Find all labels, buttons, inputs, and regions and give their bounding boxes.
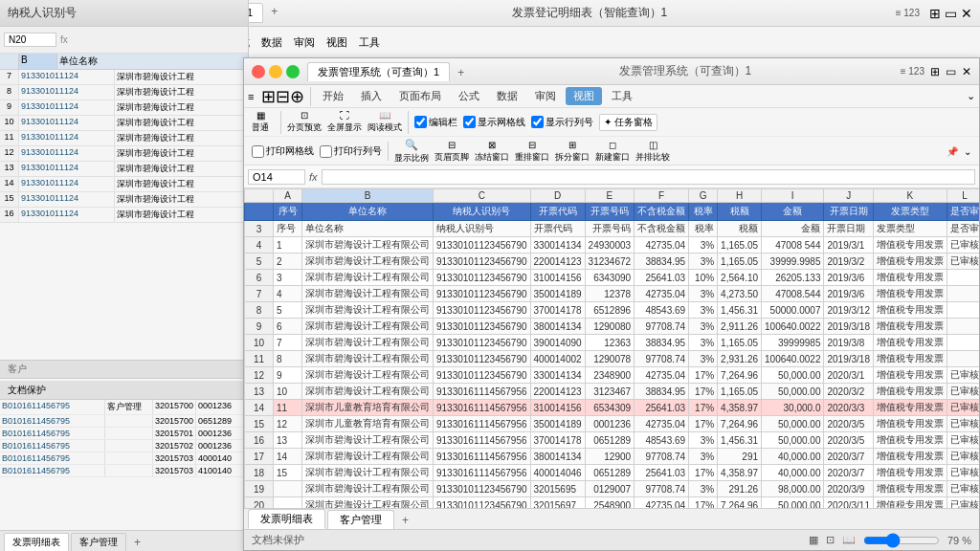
table-cell: 4,358.97: [718, 400, 762, 416]
table-row[interactable]: 118深圳市碧海设计工程有限公司913301011234567904000140…: [245, 351, 980, 367]
menu-review[interactable]: 审阅: [527, 87, 564, 105]
bg-icon-3: ✕: [961, 6, 972, 21]
table-cell: 50,000.00: [762, 416, 824, 432]
new-window-btn[interactable]: ◻ 新建窗口: [595, 140, 630, 164]
left-toolbar: N20 fx: [0, 27, 248, 54]
table-cell: 97708.74: [635, 481, 689, 497]
menu-sep1: [310, 87, 311, 106]
checkbox-gridlines[interactable]: 显示网格线: [463, 116, 525, 129]
maximize-button[interactable]: [286, 65, 300, 78]
menu-data[interactable]: 数据: [489, 87, 525, 105]
toolbar-collapse-icon[interactable]: ⌄: [964, 146, 971, 157]
left-row: 7 913301011124 深圳市碧海设计工程: [0, 70, 248, 85]
table-row[interactable]: 74深圳市碧海设计工程有限公司9133010112345679035001418…: [245, 286, 980, 302]
sheet-tab-customer[interactable]: 客户管理: [327, 510, 394, 529]
table-cell: 91330161114567956: [434, 416, 531, 432]
table-row[interactable]: 1714深圳市碧海设计工程有限公司91330161114567956380014…: [245, 449, 980, 465]
table-row[interactable]: 1613深圳市碧海设计工程有限公司91330161114567956370014…: [245, 432, 980, 449]
table-row[interactable]: 19深圳市碧海设计工程有限公司9133010112345679032015695…: [245, 481, 980, 497]
left-tab-bar: 发票明细表 客户管理 +: [0, 530, 248, 551]
left-company: 深圳市碧海设计工程: [115, 85, 248, 99]
window-num: ≡ 123: [901, 66, 924, 77]
header-footer-btn[interactable]: ⊟ 页眉页脚: [434, 140, 469, 164]
sheet-tab-add[interactable]: +: [396, 512, 414, 529]
arrange-btn[interactable]: ⊟ 重排窗口: [515, 140, 549, 164]
menu-view[interactable]: 视图: [566, 87, 602, 105]
checkbox-row-col[interactable]: 显示行列号: [531, 116, 593, 129]
table-cell: 3%: [689, 351, 718, 367]
table-row[interactable]: 52深圳市碧海设计工程有限公司9133010112345679022001412…: [245, 253, 980, 270]
tab-add-left[interactable]: +: [128, 534, 146, 551]
table-row[interactable]: 85深圳市碧海设计工程有限公司9133010112345679037001417…: [245, 302, 980, 319]
main-tab-add[interactable]: +: [452, 64, 470, 81]
zoom-btn[interactable]: 🔍 显示比例: [394, 139, 429, 165]
table-cell: 39999985: [762, 335, 824, 351]
bg-menu-view[interactable]: 视图: [323, 33, 351, 52]
table-row[interactable]: 107深圳市碧海设计工程有限公司913301011234567903900140…: [245, 335, 980, 351]
menu-layout[interactable]: 页面布局: [391, 87, 449, 105]
view-normal-icon: ▦: [256, 110, 265, 121]
table-row[interactable]: 41深圳市碧海设计工程有限公司9133010112345679033001413…: [245, 237, 980, 253]
table-cell: 8: [245, 302, 274, 319]
formula-input[interactable]: [322, 169, 975, 185]
view-mode-icon-page[interactable]: ⊡: [826, 534, 835, 546]
task-area-btn[interactable]: ✦ 任务窗格: [599, 114, 657, 131]
zoom-slider[interactable]: [863, 533, 940, 548]
table-cell: 1,456.31: [718, 302, 762, 319]
bottom-cell-3: 0651289: [196, 415, 234, 427]
menu-insert[interactable]: 插入: [353, 87, 390, 105]
view-read-btn[interactable]: 📖 阅读模式: [368, 110, 402, 134]
menu-start[interactable]: 开始: [315, 87, 351, 105]
tab-invoice-detail[interactable]: 发票明细表: [4, 533, 69, 551]
table-row[interactable]: 1411深圳市儿童教育培育有限公司91330161114567956310014…: [245, 400, 980, 416]
checkbox-print-grid[interactable]: 打印网格线: [252, 144, 314, 158]
table-row[interactable]: 1310深圳市碧海设计工程有限公司91330161114567956220014…: [245, 384, 980, 400]
checkbox-print-row-col[interactable]: 打印行列号: [320, 144, 382, 158]
left-row: 13 913301011124 深圳市碧海设计工程: [0, 162, 248, 177]
checkbox-row-col-input[interactable]: [531, 116, 544, 128]
table-cell: 390014090: [530, 335, 585, 351]
sheet-tab-invoice[interactable]: 发票明细表: [248, 509, 325, 529]
view-page-icon: ⊡: [301, 110, 308, 121]
table-header-cell: 序号: [274, 203, 302, 221]
table-cell: 已审核: [947, 449, 979, 465]
bg-menu-tools[interactable]: 工具: [355, 33, 384, 52]
bottom-cell-1: [105, 428, 153, 439]
bg-menu-data[interactable]: 数据: [257, 33, 286, 52]
close-button[interactable]: [252, 65, 265, 78]
grid-container: A B C D E F G H I J K L 序号单位名称纳税人识别号开票代码…: [244, 188, 979, 513]
checkbox-gridlines-input[interactable]: [463, 116, 476, 128]
view-mode-icon-normal[interactable]: ▦: [809, 534, 818, 546]
freeze-icon: ⊠: [488, 140, 496, 150]
checkbox-print-row-col-input[interactable]: [320, 145, 332, 158]
checkbox-formula-bar-input[interactable]: [414, 116, 427, 128]
view-fullscreen-btn[interactable]: ⛶ 全屏显示: [327, 110, 362, 134]
tab-customer-mgmt[interactable]: 客户管理: [71, 533, 126, 551]
side-by-side-btn[interactable]: ◫ 并排比较: [635, 140, 670, 164]
table-row[interactable]: 129深圳市碧海设计工程有限公司913301011234567903300141…: [245, 367, 980, 384]
bg-tab-add[interactable]: +: [265, 3, 283, 23]
checkbox-formula-bar[interactable]: 编辑栏: [414, 116, 457, 129]
toolbar-pin-icon[interactable]: 📌: [947, 146, 958, 157]
table-row[interactable]: 1815深圳市碧海设计工程有限公司91330161114567956400014…: [245, 465, 980, 481]
view-mode-icon-read[interactable]: 📖: [842, 534, 856, 546]
checkbox-print-grid-input[interactable]: [252, 145, 264, 158]
freeze-btn[interactable]: ⊠ 冻结窗口: [475, 140, 509, 164]
table-cell: 47008.544: [762, 286, 824, 302]
bg-menu-review[interactable]: 审阅: [290, 33, 319, 52]
table-header-cell: 税率: [689, 203, 718, 221]
view-normal-btn[interactable]: ▦ 普通: [252, 110, 269, 134]
table-row[interactable]: 96深圳市碧海设计工程有限公司9133010112345679038001413…: [245, 319, 980, 335]
table-row[interactable]: 1512深圳市儿童教育培育有限公司91330161114567956350014…: [245, 416, 980, 432]
view-page-btn[interactable]: ⊡ 分页预览: [287, 110, 322, 134]
minimize-button[interactable]: [269, 65, 282, 78]
menu-tools[interactable]: 工具: [604, 87, 640, 105]
menu-formula[interactable]: 公式: [451, 87, 487, 105]
main-tab-1[interactable]: 发票管理系统（可查询）1: [307, 62, 450, 81]
table-row[interactable]: 3序号单位名称纳税人识别号开票代码开票号码不含税金额税率税额金额开票日期发票类型…: [245, 221, 980, 237]
bg-window-number: ≡ 123: [896, 8, 920, 18]
split-btn[interactable]: ⊞ 拆分窗口: [555, 140, 590, 164]
cell-ref-input[interactable]: [248, 169, 305, 185]
table-header-cell: 金额: [762, 203, 824, 221]
table-row[interactable]: 63深圳市碧海设计工程有限公司9133010112345679031001415…: [245, 270, 980, 286]
